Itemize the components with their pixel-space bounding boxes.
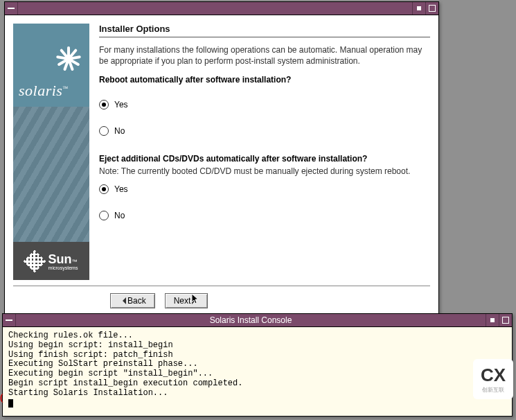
console-output: Checking rules.ok file... Using begin sc… (3, 327, 512, 416)
reboot-option-no[interactable]: No (99, 126, 430, 136)
installer-body: solaris Sun™ microsystems Installer Opti… (5, 15, 438, 320)
radio-icon (99, 126, 109, 136)
radio-icon (99, 211, 109, 220)
reboot-question: Reboot automatically after software inst… (99, 75, 430, 85)
eject-question: Eject additional CDs/DVDs automatically … (99, 154, 430, 164)
option-label: Yes (114, 184, 128, 194)
console-line: Executing SolStart preinstall phase... (8, 359, 198, 369)
eject-option-no[interactable]: No (99, 211, 430, 220)
decoration: ( (0, 392, 3, 403)
console-line: Starting Solaris Installation... (8, 388, 168, 398)
console-title: Solaris Install Console (16, 315, 486, 325)
solaris-logo: solaris (13, 24, 89, 107)
console-line: Executing begin script "install_begin"..… (8, 369, 213, 378)
intro-text: For many installations the following ope… (99, 44, 430, 67)
brand-sidebar: solaris Sun™ microsystems (13, 24, 89, 280)
maximize-button[interactable] (425, 2, 438, 15)
console-window: Solaris Install Console Checking rules.o… (2, 313, 513, 417)
cursor-icon (192, 294, 200, 305)
decorative-pattern (13, 107, 89, 242)
back-button[interactable]: Back (110, 293, 155, 308)
eject-note: Note: The currently booted CD/DVD must b… (99, 166, 430, 177)
solaris-text: solaris (19, 82, 84, 100)
text-cursor (8, 399, 13, 408)
window-menu-button[interactable] (5, 2, 18, 15)
sun-logo: Sun™ microsystems (13, 242, 89, 280)
page-heading: Installer Options (99, 24, 430, 37)
option-label: No (114, 126, 125, 136)
option-label: Yes (114, 100, 128, 110)
console-line: Using begin script: install_begin (8, 340, 173, 350)
window-menu-button[interactable] (3, 314, 16, 326)
button-bar: Back Next (13, 286, 430, 311)
option-label: No (114, 211, 125, 220)
reboot-option-yes[interactable]: Yes (99, 100, 430, 110)
next-button[interactable]: Next (165, 293, 208, 308)
radio-icon (99, 100, 109, 110)
radio-icon (99, 184, 109, 194)
maximize-button[interactable] (499, 314, 512, 326)
minimize-button[interactable] (412, 2, 425, 15)
installer-titlebar[interactable] (5, 2, 438, 15)
watermark: CX 创新互联 (473, 359, 513, 399)
console-line: Begin script install_begin execution com… (8, 378, 242, 388)
minimize-button[interactable] (486, 314, 499, 326)
eject-option-yes[interactable]: Yes (99, 184, 430, 194)
main-panel: Installer Options For many installations… (99, 24, 430, 280)
installer-window: solaris Sun™ microsystems Installer Opti… (4, 1, 439, 320)
console-line: Checking rules.ok file... (8, 331, 133, 340)
sun-icon (23, 250, 46, 273)
console-titlebar[interactable]: Solaris Install Console (3, 314, 512, 327)
console-line: Using finish script: patch_finish (8, 350, 173, 360)
